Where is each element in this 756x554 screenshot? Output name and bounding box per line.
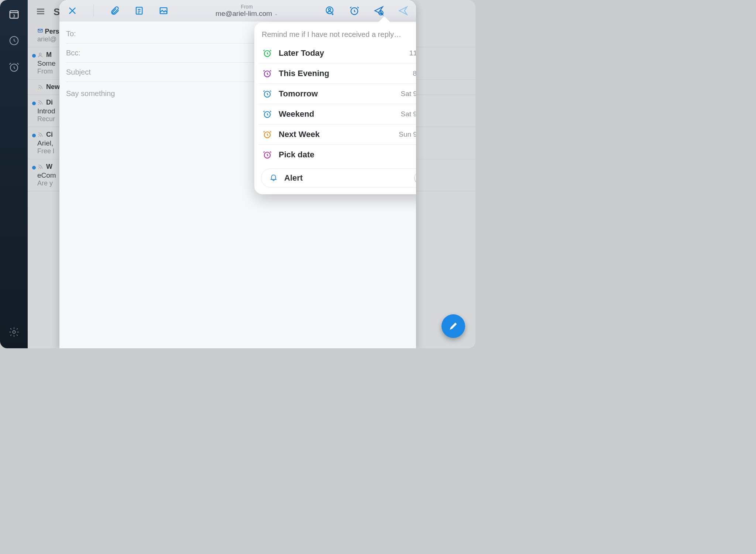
from-label: From: [170, 4, 324, 10]
option-time: Sat 9:00 AM: [401, 90, 416, 98]
alert-toggle-row: Alert: [261, 168, 416, 188]
alarm-icon: [262, 129, 273, 140]
option-label: Weekend: [279, 109, 395, 119]
alarm-icon: [262, 149, 273, 160]
reminder-option-pick-date[interactable]: Pick date ›: [259, 145, 416, 165]
option-label: This Evening: [279, 69, 407, 78]
reminder-popover: Remind me if I have not received a reply…: [254, 22, 416, 194]
svg-text:3: 3: [13, 14, 15, 18]
compose-panel: From me@ariel-lim.com ⌄ To: Bcc: Subject: [59, 0, 416, 348]
option-label: Next Week: [279, 130, 393, 139]
send-later-icon[interactable]: [372, 4, 385, 17]
compose-toolbar: From me@ariel-lim.com ⌄: [59, 0, 416, 21]
svg-point-14: [329, 8, 331, 10]
clock-icon[interactable]: [7, 34, 21, 47]
calendar-icon[interactable]: 3: [7, 7, 21, 21]
alert-switch[interactable]: [414, 172, 416, 184]
reminder-icon[interactable]: [348, 4, 361, 17]
alert-label: Alert: [284, 173, 408, 183]
option-label: Pick date: [279, 150, 416, 160]
chevron-down-icon: ⌄: [274, 11, 278, 16]
reminder-option-next-week[interactable]: Next Week Sun 9:00 AM: [259, 124, 416, 145]
send-icon[interactable]: [397, 4, 409, 17]
option-time: 11:30 AM: [409, 49, 416, 57]
svg-rect-12: [160, 7, 167, 13]
option-label: Later Today: [279, 48, 403, 58]
from-selector[interactable]: From me@ariel-lim.com ⌄: [170, 4, 324, 18]
reminder-options: Later Today 11:30 AM This Evening 8:00 P…: [259, 43, 416, 165]
template-icon[interactable]: [133, 4, 145, 17]
bell-icon: [269, 173, 278, 183]
reminder-option-tomorrow[interactable]: Tomorrow Sat 9:00 AM: [259, 84, 416, 104]
attachment-icon[interactable]: [109, 4, 121, 17]
option-label: Tomorrow: [279, 89, 395, 99]
reminder-option-this-evening[interactable]: This Evening 8:00 PM: [259, 64, 416, 84]
svg-point-4: [13, 331, 16, 334]
reminder-option-weekend[interactable]: Weekend Sat 9:00 AM: [259, 104, 416, 124]
settings-icon[interactable]: [7, 325, 21, 339]
option-time: Sat 9:00 AM: [401, 110, 416, 118]
reminder-option-later-today[interactable]: Later Today 11:30 AM: [259, 43, 416, 64]
popover-title: Remind me if I have not received a reply…: [259, 28, 416, 43]
alarm-icon: [262, 88, 273, 99]
divider: [93, 5, 94, 17]
alarm-icon: [262, 68, 273, 79]
alarm-icon: [262, 48, 273, 59]
nav-rail: 3: [0, 0, 28, 348]
alarm-icon: [262, 109, 273, 120]
option-time: 8:00 PM: [413, 69, 416, 78]
alarm-icon[interactable]: [7, 61, 21, 74]
compose-fab[interactable]: [441, 314, 465, 338]
close-icon[interactable]: [66, 4, 79, 17]
image-icon[interactable]: [157, 4, 170, 17]
option-time: Sun 9:00 AM: [399, 130, 416, 138]
from-value: me@ariel-lim.com: [216, 10, 272, 18]
add-contact-icon[interactable]: [324, 4, 336, 17]
